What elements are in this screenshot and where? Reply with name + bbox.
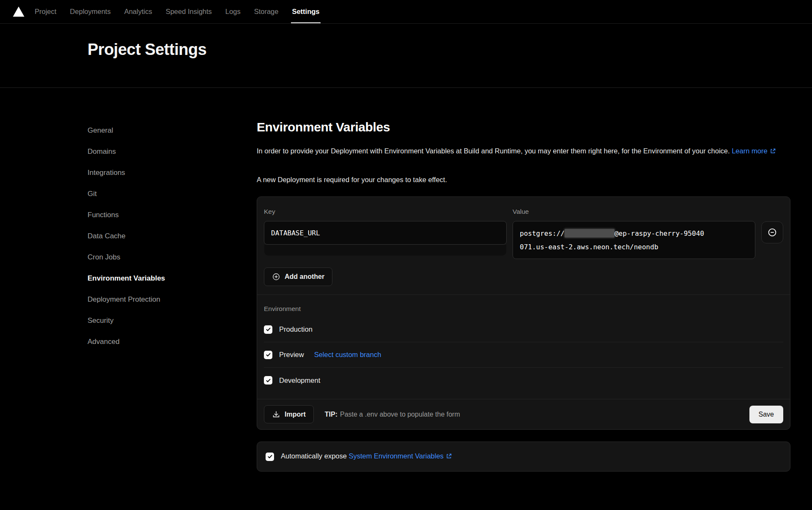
value-line-2: 071.us-east-2.aws.neon.tech/neondb <box>520 240 748 254</box>
description-text: In order to provide your Deployment with… <box>257 147 730 155</box>
page-title: Project Settings <box>88 41 812 59</box>
circle-plus-icon <box>272 273 280 281</box>
select-custom-branch-link[interactable]: Select custom branch <box>314 351 381 359</box>
sidebar-item-cron-jobs[interactable]: Cron Jobs <box>88 247 257 268</box>
key-input-footer-strip <box>264 245 506 256</box>
nav-item-storage[interactable]: Storage <box>254 0 279 23</box>
sidebar-item-git[interactable]: Git <box>88 183 257 205</box>
key-value-row: Key DATABASE_URL Value postgres://@ep-ra… <box>264 208 783 259</box>
content: General Domains Integrations Git Functio… <box>0 88 812 472</box>
value-suffix: @ep-raspy-cherry-95040 <box>614 229 704 237</box>
auto-expose-prefix: Automatically expose <box>281 452 349 460</box>
sidebar-item-functions[interactable]: Functions <box>88 205 257 226</box>
system-env-vars-link[interactable]: System Environment Variables <box>349 452 452 460</box>
nav-item-logs[interactable]: Logs <box>225 0 241 23</box>
import-label: Import <box>285 411 306 418</box>
checkmark-icon <box>266 352 271 357</box>
nav-item-speed-insights[interactable]: Speed Insights <box>166 0 212 23</box>
top-nav: Project Deployments Analytics Speed Insi… <box>0 0 812 24</box>
add-another-label: Add another <box>285 273 324 281</box>
env-name-production: Production <box>279 325 313 333</box>
key-input[interactable]: DATABASE_URL <box>264 221 507 245</box>
sidebar-item-domains[interactable]: Domains <box>88 141 257 162</box>
nav-item-settings[interactable]: Settings <box>292 0 319 23</box>
env-var-card: Key DATABASE_URL Value postgres://@ep-ra… <box>257 196 790 430</box>
circle-minus-icon <box>767 227 777 237</box>
checkmark-icon <box>266 378 271 383</box>
sidebar-item-general[interactable]: General <box>88 120 257 141</box>
value-label: Value <box>513 208 755 215</box>
settings-sidebar: General Domains Integrations Git Functio… <box>88 120 257 472</box>
nav-items: Project Deployments Analytics Speed Insi… <box>35 0 320 23</box>
env-row-preview: Preview Select custom branch <box>264 342 783 368</box>
key-value-section: Key DATABASE_URL Value postgres://@ep-ra… <box>257 197 790 295</box>
environment-label: Environment <box>264 305 783 313</box>
auto-expose-card: Automatically expose System Environment … <box>257 442 790 472</box>
tip-body: Paste a .env above to populate the form <box>340 411 460 418</box>
env-row-development: Development <box>264 368 783 393</box>
key-value-text: DATABASE_URL <box>271 229 320 237</box>
env-row-production: Production <box>264 317 783 342</box>
nav-item-analytics[interactable]: Analytics <box>124 0 152 23</box>
download-icon <box>272 410 280 419</box>
add-another-button[interactable]: Add another <box>264 267 332 286</box>
vercel-triangle-icon <box>13 6 25 17</box>
import-button[interactable]: Import <box>264 405 314 423</box>
card-footer: Import TIP:Paste a .env above to populat… <box>257 399 790 429</box>
system-env-vars-label: System Environment Variables <box>349 452 444 460</box>
nav-item-project[interactable]: Project <box>35 0 56 23</box>
nav-item-deployments[interactable]: Deployments <box>70 0 110 23</box>
sidebar-item-integrations[interactable]: Integrations <box>88 162 257 183</box>
learn-more-label: Learn more <box>732 147 767 155</box>
sidebar-item-advanced[interactable]: Advanced <box>88 331 257 352</box>
key-label: Key <box>264 208 507 215</box>
external-link-icon <box>770 146 776 157</box>
learn-more-link[interactable]: Learn more <box>732 147 776 155</box>
vercel-project-settings-page: Project Deployments Analytics Speed Insi… <box>0 0 812 510</box>
sidebar-item-deployment-protection[interactable]: Deployment Protection <box>88 289 257 310</box>
external-link-icon <box>446 453 452 461</box>
save-button[interactable]: Save <box>749 406 783 423</box>
sidebar-item-data-cache[interactable]: Data Cache <box>88 226 257 247</box>
development-checkbox[interactable] <box>264 376 272 385</box>
section-description: In order to provide your Deployment with… <box>257 145 793 157</box>
env-name-preview: Preview <box>279 351 304 359</box>
tip-bold: TIP: <box>325 411 337 418</box>
vercel-logo[interactable] <box>13 0 25 23</box>
checkmark-icon <box>267 454 273 459</box>
deployment-note: A new Deployment is required for your ch… <box>257 176 793 184</box>
env-name-development: Development <box>279 376 320 385</box>
key-column: Key DATABASE_URL <box>264 208 507 259</box>
value-prefix: postgres:// <box>520 229 565 237</box>
value-column: Value postgres://@ep-raspy-cherry-95040 … <box>513 208 755 259</box>
environment-section: Environment Production Preview Select cu… <box>257 295 790 399</box>
value-line-1: postgres://@ep-raspy-cherry-95040 <box>520 227 748 240</box>
environment-variables-panel: Environment Variables In order to provid… <box>257 120 793 472</box>
sidebar-item-environment-variables[interactable]: Environment Variables <box>88 268 257 289</box>
auto-expose-checkbox[interactable] <box>266 453 274 461</box>
remove-variable-button[interactable] <box>761 221 783 243</box>
preview-checkbox[interactable] <box>264 351 272 359</box>
value-input[interactable]: postgres://@ep-raspy-cherry-95040 071.us… <box>513 221 755 259</box>
section-heading: Environment Variables <box>257 120 793 134</box>
auto-expose-text: Automatically expose System Environment … <box>281 452 452 461</box>
page-header: Project Settings <box>0 24 812 87</box>
redacted-credentials <box>565 229 614 237</box>
sidebar-item-security[interactable]: Security <box>88 310 257 331</box>
checkmark-icon <box>266 327 271 332</box>
production-checkbox[interactable] <box>264 325 272 334</box>
tip-text: TIP:Paste a .env above to populate the f… <box>325 411 460 418</box>
